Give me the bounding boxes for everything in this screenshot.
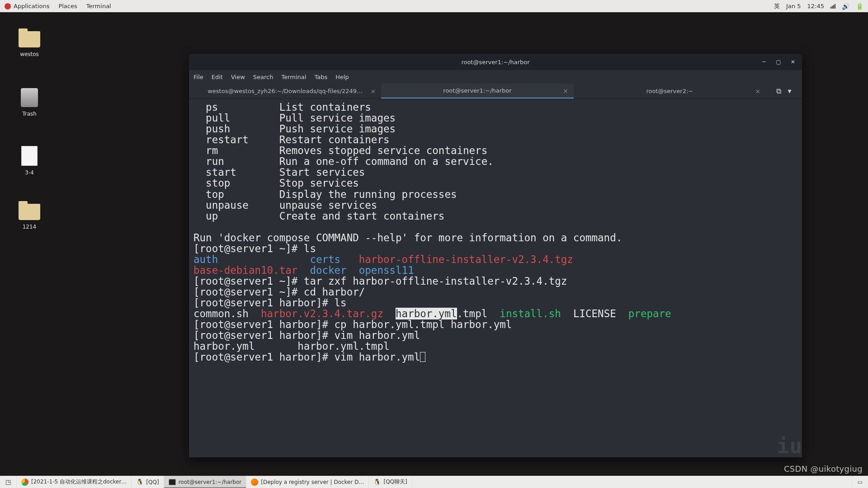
menu-edit[interactable]: Edit bbox=[212, 74, 223, 80]
topbar-menu-places[interactable]: Places bbox=[58, 3, 77, 9]
tab-menu-button[interactable]: ▾ bbox=[788, 87, 791, 95]
topbar-menus: Applications Places Terminal bbox=[14, 3, 111, 9]
taskbar-item-1[interactable]: [2021-1-5 自动化运维课程之docker… bbox=[17, 476, 132, 488]
window-maximize-button[interactable]: ▢ bbox=[772, 56, 785, 67]
window-close-button[interactable]: ✕ bbox=[787, 56, 799, 67]
taskbar-item-5[interactable]: 🐧[QQ聊天] bbox=[369, 476, 412, 488]
tab-close-icon[interactable]: × bbox=[563, 87, 568, 94]
qq-icon: 🐧 bbox=[373, 479, 381, 486]
terminal-tab-0[interactable]: westos@westos_zyh26:~/Downloads/qq-files… bbox=[189, 84, 381, 99]
menu-search[interactable]: Search bbox=[253, 74, 274, 80]
taskbar-item-4[interactable]: [Deploy a registry server | Docker D… bbox=[246, 476, 369, 488]
terminal-tab-1[interactable]: root@server1:~/harbor× bbox=[381, 84, 573, 99]
wifi-icon[interactable] bbox=[830, 4, 835, 9]
folder-icon bbox=[19, 31, 40, 47]
distro-logo-icon bbox=[5, 3, 11, 9]
terminal-tabbar: westos@westos_zyh26:~/Downloads/qq-files… bbox=[189, 84, 802, 99]
new-tab-button[interactable]: ⧉ bbox=[776, 87, 781, 95]
desktop-icon-label: 3-4 bbox=[14, 169, 45, 176]
taskbar-item-label: [QQ聊天] bbox=[383, 478, 407, 486]
menu-view[interactable]: View bbox=[231, 74, 245, 80]
firefox-icon bbox=[251, 479, 258, 486]
battery-icon[interactable]: 🔋 bbox=[856, 3, 863, 10]
topbar-menu-applications[interactable]: Applications bbox=[14, 3, 49, 9]
qq-icon: 🐧 bbox=[136, 479, 143, 486]
taskbar-item-label: [2021-1-5 自动化运维课程之docker… bbox=[31, 478, 127, 486]
terminal-menubar: File Edit View Search Terminal Tabs Help bbox=[189, 70, 802, 84]
menu-terminal[interactable]: Terminal bbox=[281, 74, 306, 80]
terminal-tab-2[interactable]: root@server2:~× bbox=[574, 84, 766, 99]
tab-close-icon[interactable]: × bbox=[371, 88, 376, 95]
terminal-title: root@server1:~/harbor bbox=[461, 59, 529, 66]
topbar-status-area: 英 Jan 5 12:45 🔊 🔋 bbox=[774, 2, 863, 10]
window-minimize-button[interactable]: ─ bbox=[758, 56, 770, 67]
ime-indicator[interactable]: 英 bbox=[774, 2, 780, 10]
csdn-watermark: CSDN @uikotygiug bbox=[784, 464, 863, 474]
topbar-menu-terminal[interactable]: Terminal bbox=[86, 3, 111, 9]
show-desktop-icon: ◳ bbox=[5, 479, 12, 486]
terminal-tab-label: root@server1:~/harbor bbox=[443, 87, 511, 94]
desktop-icon-trash[interactable]: Trash bbox=[14, 88, 45, 117]
menu-tabs[interactable]: Tabs bbox=[314, 74, 327, 80]
clock-time[interactable]: 12:45 bbox=[807, 3, 824, 9]
taskbar-tray[interactable]: ▭ bbox=[852, 476, 868, 488]
terminal-window: root@server1:~/harbor ─ ▢ ✕ File Edit Vi… bbox=[189, 54, 802, 457]
desktop-icon-label: westos bbox=[14, 51, 45, 57]
taskbar-item-0[interactable]: ◳ bbox=[0, 476, 17, 488]
desktop-icon-label: 1214 bbox=[14, 224, 45, 230]
clock-date[interactable]: Jan 5 bbox=[786, 3, 801, 9]
trash-icon bbox=[21, 88, 38, 107]
volume-icon[interactable]: 🔊 bbox=[842, 3, 849, 10]
desktop-icon-label: Trash bbox=[14, 111, 45, 117]
taskbar-item-label: root@server1:~/harbor bbox=[179, 479, 242, 485]
bottom-taskbar: ◳[2021-1-5 自动化运维课程之docker…🐧[QQ]root@serv… bbox=[0, 476, 868, 488]
taskbar-item-3[interactable]: root@server1:~/harbor bbox=[164, 476, 247, 488]
tab-close-icon[interactable]: × bbox=[755, 88, 760, 95]
desktop-icon-westos[interactable]: westos bbox=[14, 31, 45, 57]
terminal-output[interactable]: ps List containers pull Pull service ima… bbox=[189, 99, 802, 457]
file-icon bbox=[21, 146, 38, 166]
terminal-tab-label: root@server2:~ bbox=[646, 88, 693, 94]
desktop-icon-3-4[interactable]: 3-4 bbox=[14, 146, 45, 176]
desktop-icon-1214[interactable]: 1214 bbox=[14, 204, 45, 230]
taskbar-item-label: [QQ] bbox=[146, 479, 159, 485]
taskbar-item-2[interactable]: 🐧[QQ] bbox=[132, 476, 164, 488]
terminal-titlebar[interactable]: root@server1:~/harbor ─ ▢ ✕ bbox=[189, 54, 802, 70]
folder-icon bbox=[19, 204, 40, 220]
terminal-icon bbox=[169, 479, 176, 485]
terminal-tab-label: westos@westos_zyh26:~/Downloads/qq-files… bbox=[208, 88, 363, 94]
chrome-icon bbox=[21, 479, 28, 486]
taskbar-item-label: [Deploy a registry server | Docker D… bbox=[261, 479, 364, 485]
menu-file[interactable]: File bbox=[193, 74, 203, 80]
menu-help[interactable]: Help bbox=[335, 74, 349, 80]
linux-watermark-icon: iux bbox=[777, 435, 802, 457]
desktop[interactable]: westosTrash3-41214 root@server1:~/harbor… bbox=[0, 12, 868, 476]
gnome-topbar: Applications Places Terminal 英 Jan 5 12:… bbox=[0, 0, 868, 12]
